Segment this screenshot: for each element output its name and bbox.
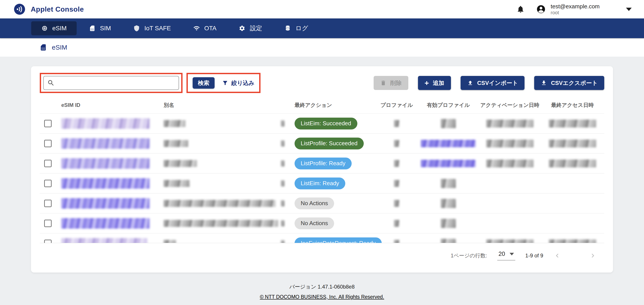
filter-button[interactable]: 絞り込み: [222, 79, 254, 87]
table-row: No Actions: [40, 214, 604, 234]
footer: バージョン 1.47.1-060b8e8 © NTT DOCOMO BUSINE…: [0, 284, 644, 300]
search-input[interactable]: [43, 76, 179, 90]
last-access-date-redacted: [549, 160, 596, 167]
copy-icon-redacted[interactable]: [281, 200, 284, 207]
alias-redacted: [164, 120, 186, 127]
row-checkbox[interactable]: [44, 180, 52, 187]
esim-id-link-redacted[interactable]: [61, 178, 150, 189]
column-header: 最終アクション: [288, 102, 376, 109]
copy-icon-redacted[interactable]: [281, 240, 284, 243]
alias-redacted: [164, 160, 197, 167]
breadcrumb: eSIM: [0, 38, 644, 57]
table-row: ListEim: Succeeded: [40, 114, 604, 134]
row-checkbox[interactable]: [44, 140, 52, 147]
copy-icon-redacted[interactable]: [281, 220, 284, 227]
row-checkbox[interactable]: [44, 200, 52, 207]
table-header-row: eSIM ID別名最終アクションプロファイル有効プロファイルアクティベーション日…: [40, 97, 604, 114]
nav-tab-ota[interactable]: OTA: [183, 21, 226, 35]
main-nav: eSIMSIMIoT SAFEOTA設定ログ: [0, 18, 644, 38]
copy-icon-redacted[interactable]: [281, 120, 284, 127]
column-header: 別名: [154, 102, 288, 109]
toolbar: 検索 絞り込み 削除 + 追加: [40, 73, 604, 93]
esim-id-link-redacted[interactable]: [61, 198, 150, 209]
esim-id-link-redacted[interactable]: [61, 138, 150, 149]
search-icon: [47, 79, 55, 87]
user-role: root: [551, 10, 600, 15]
activation-date-redacted: [486, 140, 534, 147]
profile-redacted: [394, 140, 399, 147]
next-page-chevron-right-icon[interactable]: [589, 252, 597, 260]
table-row: IpaEuiccDataRequest: Ready: [40, 234, 604, 243]
page-content: 検索 絞り込み 削除 + 追加: [0, 57, 644, 305]
nav-tab-label: IoT SAFE: [144, 25, 171, 32]
nav-tab-sim[interactable]: SIM: [79, 21, 121, 35]
copy-icon-redacted[interactable]: [281, 180, 284, 187]
user-email: test@example.com: [551, 3, 600, 10]
activation-date-redacted: [486, 160, 534, 167]
delete-button[interactable]: 削除: [374, 76, 408, 90]
nav-tab-iot-safe[interactable]: IoT SAFE: [123, 21, 181, 35]
chip-icon: [41, 25, 48, 31]
csv-export-label: CSVエクスポート: [551, 79, 598, 87]
profile-redacted: [394, 220, 399, 227]
last-action-badge: ListProfile: Succeeded: [294, 138, 364, 149]
app-title: Applet Console: [31, 5, 84, 13]
notifications-bell-icon[interactable]: [516, 5, 525, 13]
esim-id-link-redacted[interactable]: [61, 218, 150, 229]
activation-date-redacted: [486, 120, 534, 127]
row-checkbox[interactable]: [44, 120, 52, 127]
column-header: アクティベーション日時: [479, 102, 540, 109]
rows-per-page-value: 20: [498, 251, 505, 257]
copyright-link[interactable]: © NTT DOCOMO BUSINESS, Inc. All Rights R…: [260, 294, 384, 300]
database-icon: [284, 25, 291, 31]
csv-export-button[interactable]: CSVエクスポート: [534, 76, 604, 90]
esim-id-link-redacted[interactable]: [61, 158, 150, 169]
user-menu[interactable]: test@example.com root: [536, 3, 632, 15]
search-button[interactable]: 検索: [193, 77, 214, 89]
annotation-highlight-filter: 検索 絞り込み: [186, 73, 260, 93]
csv-import-button[interactable]: CSVインポート: [460, 76, 525, 90]
funnel-icon: [222, 80, 228, 86]
download-icon: [541, 80, 547, 86]
alias-redacted: [164, 200, 276, 207]
last-action-badge: ListEim: Ready: [294, 178, 345, 189]
active-profile-redacted: [421, 160, 476, 167]
copy-icon-redacted[interactable]: [281, 160, 284, 167]
nav-tab-label: 設定: [250, 24, 262, 32]
sim-icon: [89, 25, 96, 31]
delete-button-label: 削除: [390, 79, 402, 87]
trash-icon: [380, 80, 386, 86]
last-access-date-redacted: [549, 239, 596, 243]
nav-tab-esim[interactable]: eSIM: [31, 21, 77, 35]
rows-per-page-select[interactable]: 20: [497, 251, 515, 261]
last-access-date-redacted: [549, 120, 596, 127]
profile-redacted: [394, 160, 399, 167]
sim-icon: [40, 44, 47, 51]
esim-id-link-redacted[interactable]: [61, 238, 148, 243]
alias-redacted: [164, 240, 176, 243]
annotation-highlight-search: [40, 73, 182, 93]
nav-tab-設定[interactable]: 設定: [229, 21, 272, 35]
active-profile-redacted: [441, 179, 456, 188]
row-checkbox[interactable]: [44, 220, 52, 227]
activation-date-redacted: [486, 239, 534, 243]
column-header: 最終アクセス日時: [540, 102, 604, 109]
column-header: プロファイル: [376, 102, 418, 109]
nav-tab-ログ[interactable]: ログ: [274, 21, 318, 35]
copy-icon-redacted[interactable]: [281, 140, 284, 147]
add-button[interactable]: + 追加: [418, 76, 451, 90]
row-checkbox[interactable]: [44, 160, 52, 167]
active-profile-redacted: [441, 219, 456, 228]
previous-page-chevron-left-icon[interactable]: [553, 252, 561, 260]
pagination: 1ページの行数: 20 1-9 of 9: [40, 251, 604, 261]
alias-redacted: [164, 140, 188, 147]
breadcrumb-esim-link[interactable]: eSIM: [52, 44, 67, 51]
row-checkbox[interactable]: [44, 240, 52, 243]
filter-button-label: 絞り込み: [231, 79, 254, 87]
esim-id-link-redacted[interactable]: [61, 118, 150, 129]
rows-per-page-label: 1ページの行数:: [451, 252, 487, 259]
alias-redacted: [164, 220, 278, 227]
last-action-badge: IpaEuiccDataRequest: Ready: [294, 237, 382, 243]
table-row: No Actions: [40, 194, 604, 214]
gear-icon: [239, 25, 245, 31]
